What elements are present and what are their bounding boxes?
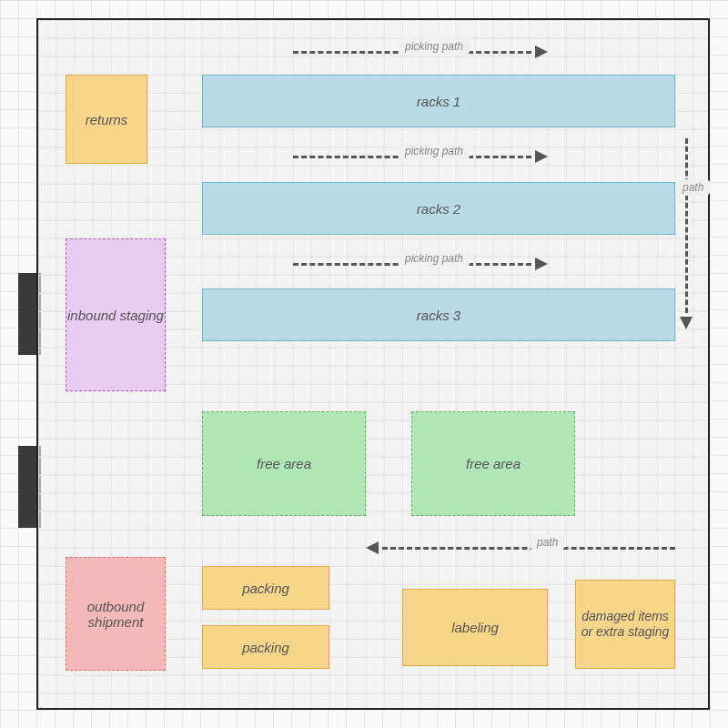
arrow-right-icon [535, 258, 548, 270]
zone-racks-3: racks 3 [202, 288, 675, 341]
vertical-path [677, 138, 695, 329]
zone-racks-2: racks 2 [202, 182, 675, 235]
vertical-path-label: path [675, 179, 711, 196]
warehouse-floor: returns picking path racks 1 picking pat… [36, 18, 710, 710]
zone-free-area-1-label: free area [257, 456, 311, 471]
arrow-right-icon [535, 46, 548, 58]
arrow-right-icon [535, 150, 548, 163]
zone-damaged-extra-staging: damaged items or extra staging [575, 580, 675, 669]
picking-path-2-label: picking path [398, 143, 470, 159]
zone-labeling-label: labeling [451, 620, 499, 635]
zone-inbound-staging: inbound staging [66, 238, 166, 391]
zone-free-area-1: free area [202, 411, 366, 516]
zone-labeling: labeling [402, 589, 548, 666]
dash-line [382, 547, 675, 550]
zone-packing-2-label: packing [242, 640, 289, 655]
zone-damaged-label: damaged items or extra staging [580, 609, 671, 640]
zone-packing-1-label: packing [242, 581, 289, 596]
picking-path-3-label: picking path [398, 250, 470, 267]
zone-racks-1: racks 1 [202, 75, 675, 127]
zone-free-area-2: free area [411, 411, 575, 516]
zone-packing-2: packing [202, 625, 329, 669]
zone-outbound-shipment: outbound shipment [66, 557, 166, 671]
zone-returns-label: returns [86, 112, 128, 127]
zone-racks-3-label: racks 3 [417, 308, 460, 323]
bottom-path [366, 539, 675, 557]
arrow-left-icon [366, 541, 379, 554]
arrow-down-icon [680, 317, 693, 329]
zone-free-area-2-label: free area [466, 456, 521, 471]
zone-outbound-label: outbound shipment [66, 599, 165, 630]
zone-inbound-label: inbound staging [67, 308, 164, 323]
zone-packing-1: packing [202, 566, 329, 610]
picking-path-1-label: picking path [398, 38, 470, 55]
zone-racks-1-label: racks 1 [417, 94, 460, 109]
zone-returns: returns [66, 75, 147, 164]
zone-racks-2-label: racks 2 [417, 201, 460, 217]
dash-line-vertical [685, 138, 688, 313]
bottom-path-label: path [530, 534, 565, 551]
